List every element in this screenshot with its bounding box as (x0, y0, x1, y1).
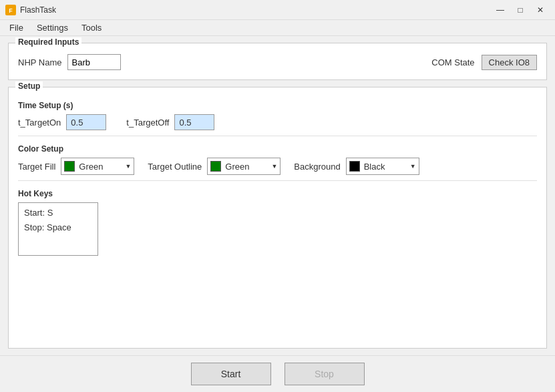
t-target-on-label: t_TargetOn (18, 118, 61, 128)
hotkey-stop: Stop: Space (24, 220, 92, 235)
stop-button[interactable]: Stop (285, 363, 365, 385)
setup-inner: Time Setup (s) t_TargetOn t_TargetOff Co… (18, 98, 537, 256)
target-fill-arrow: ▼ (125, 163, 131, 170)
setup-panel: Setup Time Setup (s) t_TargetOn t_Target… (8, 87, 547, 349)
target-outline-swatch (210, 161, 221, 172)
app-icon: F (5, 5, 16, 15)
t-target-on-group: t_TargetOn (18, 114, 106, 130)
color-setup-label: Color Setup (18, 144, 537, 154)
menu-tools[interactable]: Tools (75, 21, 108, 34)
background-select[interactable]: Black ▼ (346, 158, 419, 175)
close-button[interactable]: ✕ (531, 3, 550, 17)
menu-file[interactable]: File (3, 21, 30, 34)
hotkey-start: Start: S (24, 206, 92, 220)
hotkeys-box: Start: S Stop: Space (18, 202, 98, 256)
nhp-name-label: NHP Name (18, 57, 62, 67)
target-fill-select[interactable]: Green ▼ (61, 158, 134, 175)
target-fill-text: Green (79, 162, 122, 172)
target-fill-label: Target Fill (18, 162, 55, 172)
background-label: Background (294, 162, 340, 172)
required-inputs-panel: Required Inputs NHP Name COM State Check… (8, 43, 547, 80)
time-setup-label: Time Setup (s) (18, 101, 537, 110)
svg-text:F: F (9, 7, 13, 14)
target-outline-arrow: ▼ (271, 163, 277, 170)
target-fill-swatch (64, 161, 75, 172)
required-inputs-row: NHP Name COM State Check IO8 (18, 54, 537, 70)
title-bar: F FlashTask — □ ✕ (0, 0, 555, 20)
nhp-name-input[interactable] (67, 54, 121, 70)
t-target-off-input[interactable] (174, 114, 214, 130)
hot-keys-label: Hot Keys (18, 189, 537, 198)
required-inputs-legend: Required Inputs (15, 37, 81, 47)
bottom-bar: Start Stop (0, 355, 555, 392)
target-fill-group: Target Fill Green ▼ (18, 158, 134, 175)
time-setup-row: t_TargetOn t_TargetOff (18, 114, 537, 136)
setup-legend: Setup (15, 81, 43, 91)
target-outline-label: Target Outline (148, 162, 202, 172)
t-target-on-input[interactable] (66, 114, 106, 130)
com-state-label: COM State (431, 57, 474, 67)
background-text: Black (364, 162, 407, 172)
com-state-group: COM State Check IO8 (431, 55, 537, 70)
main-content: Required Inputs NHP Name COM State Check… (0, 36, 555, 355)
background-swatch (349, 161, 360, 172)
start-button[interactable]: Start (191, 363, 271, 385)
t-target-off-label: t_TargetOff (126, 118, 169, 128)
menu-settings[interactable]: Settings (30, 21, 75, 34)
title-bar-left: F FlashTask (5, 5, 56, 15)
target-outline-text: Green (225, 162, 268, 172)
window-controls: — □ ✕ (491, 3, 550, 17)
target-outline-group: Target Outline Green ▼ (148, 158, 281, 175)
target-outline-select[interactable]: Green ▼ (207, 158, 281, 175)
t-target-off-group: t_TargetOff (126, 114, 214, 130)
color-setup-row: Target Fill Green ▼ Target Outline Green… (18, 158, 537, 181)
menu-bar: File Settings Tools (0, 20, 555, 36)
nhp-name-group: NHP Name (18, 54, 121, 70)
check-io-button[interactable]: Check IO8 (482, 55, 537, 70)
background-arrow: ▼ (410, 163, 416, 170)
minimize-button[interactable]: — (491, 3, 510, 17)
maximize-button[interactable]: □ (511, 3, 530, 17)
background-group: Background Black ▼ (294, 158, 419, 175)
app-title: FlashTask (20, 5, 56, 15)
